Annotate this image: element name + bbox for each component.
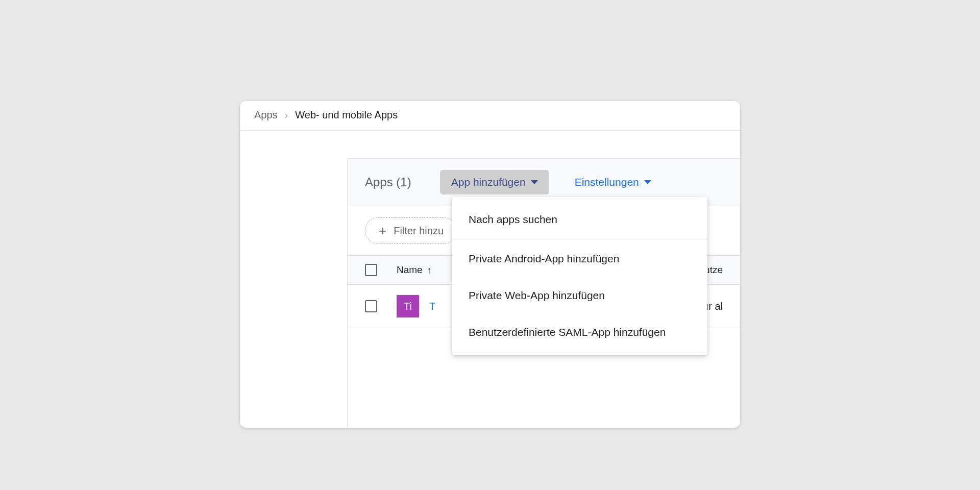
plus-icon: + (379, 224, 386, 237)
settings-label: Einstellungen (575, 176, 639, 188)
caret-down-icon (531, 180, 538, 184)
outer-frame: Apps › Web- und mobile Apps Apps (1) App… (92, 51, 888, 439)
filter-label: Filter hinzu (394, 225, 444, 237)
dropdown-item-search-apps[interactable]: Nach apps suchen (452, 201, 707, 238)
add-filter-chip[interactable]: + Filter hinzu (365, 217, 457, 244)
column-name-label: Name (397, 264, 423, 276)
app-name-cell[interactable]: T (429, 301, 435, 312)
breadcrumb-current: Web- und mobile Apps (295, 109, 398, 121)
add-app-label: App hinzufügen (451, 176, 526, 188)
add-app-dropdown: Nach apps suchen Private Android-App hin… (452, 197, 707, 355)
settings-button[interactable]: Einstellungen (564, 170, 663, 194)
breadcrumb: Apps › Web- und mobile Apps (240, 101, 740, 131)
chevron-right-icon: › (285, 109, 288, 121)
breadcrumb-root[interactable]: Apps (254, 109, 278, 121)
panel-title: Apps (1) (365, 175, 411, 189)
select-all-checkbox[interactable] (365, 264, 377, 276)
dropdown-item-private-android[interactable]: Private Android-App hinzufügen (452, 240, 707, 277)
column-name-header[interactable]: Name ↑ (397, 264, 432, 276)
dropdown-item-custom-saml[interactable]: Benutzerdefinierte SAML-App hinzufügen (452, 314, 707, 351)
dropdown-item-private-web[interactable]: Private Web-App hinzufügen (452, 277, 707, 314)
sort-ascending-icon: ↑ (427, 264, 432, 276)
app-icon: Ti (397, 295, 419, 317)
dropdown-divider (452, 239, 707, 239)
row-checkbox[interactable] (365, 300, 377, 312)
add-app-button[interactable]: App hinzufügen (440, 170, 549, 194)
admin-card: Apps › Web- und mobile Apps Apps (1) App… (240, 101, 740, 428)
caret-down-icon (644, 180, 651, 184)
